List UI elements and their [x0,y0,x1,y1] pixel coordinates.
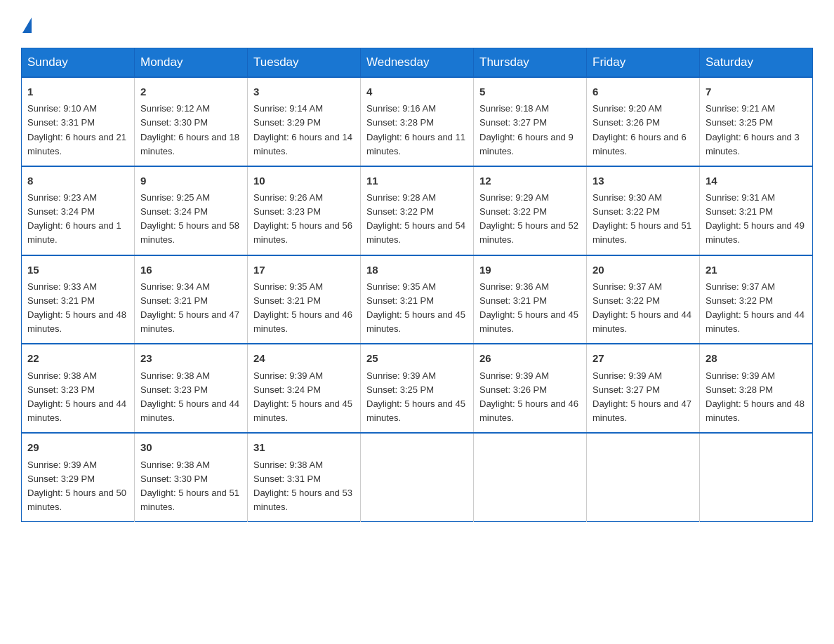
week-row-1: 1 Sunrise: 9:10 AMSunset: 3:31 PMDayligh… [22,77,813,166]
day-info: Sunrise: 9:21 AMSunset: 3:25 PMDaylight:… [706,103,800,156]
calendar-cell [361,433,474,521]
day-number: 24 [253,350,355,366]
day-number: 18 [366,262,468,278]
calendar-cell: 22 Sunrise: 9:38 AMSunset: 3:23 PMDaylig… [22,344,135,433]
calendar-cell: 14 Sunrise: 9:31 AMSunset: 3:21 PMDaylig… [700,166,813,255]
day-number: 8 [27,173,128,189]
day-number: 23 [140,350,241,366]
calendar-cell: 16 Sunrise: 9:34 AMSunset: 3:21 PMDaylig… [135,255,248,344]
calendar-cell: 9 Sunrise: 9:25 AMSunset: 3:24 PMDayligh… [135,166,248,255]
calendar-cell: 28 Sunrise: 9:39 AMSunset: 3:28 PMDaylig… [700,344,813,433]
weekday-header-wednesday: Wednesday [361,48,474,78]
calendar-cell: 30 Sunrise: 9:38 AMSunset: 3:30 PMDaylig… [135,433,248,521]
day-number: 14 [706,173,807,189]
week-row-5: 29 Sunrise: 9:39 AMSunset: 3:29 PMDaylig… [22,433,813,521]
logo-general-text [21,14,32,34]
day-number: 2 [140,83,241,100]
day-info: Sunrise: 9:39 AMSunset: 3:25 PMDaylight:… [366,370,465,423]
weekday-header-sunday: Sunday [22,48,135,78]
day-info: Sunrise: 9:38 AMSunset: 3:23 PMDaylight:… [27,370,126,423]
day-number: 29 [27,439,128,455]
calendar-cell: 1 Sunrise: 9:10 AMSunset: 3:31 PMDayligh… [22,77,135,166]
calendar-cell: 2 Sunrise: 9:12 AMSunset: 3:30 PMDayligh… [135,77,248,166]
week-row-2: 8 Sunrise: 9:23 AMSunset: 3:24 PMDayligh… [22,166,813,255]
day-info: Sunrise: 9:29 AMSunset: 3:22 PMDaylight:… [479,192,578,245]
day-number: 17 [253,262,355,278]
calendar-cell [700,433,813,521]
day-info: Sunrise: 9:12 AMSunset: 3:30 PMDaylight:… [140,103,239,156]
logo-triangle-icon [22,18,32,33]
day-info: Sunrise: 9:30 AMSunset: 3:22 PMDaylight:… [593,192,691,245]
day-number: 9 [140,173,241,189]
calendar-cell: 31 Sunrise: 9:38 AMSunset: 3:31 PMDaylig… [248,433,361,521]
day-number: 21 [706,262,807,278]
day-info: Sunrise: 9:38 AMSunset: 3:23 PMDaylight:… [140,370,239,423]
day-info: Sunrise: 9:38 AMSunset: 3:30 PMDaylight:… [140,459,239,512]
day-info: Sunrise: 9:39 AMSunset: 3:27 PMDaylight:… [593,370,691,423]
day-info: Sunrise: 9:39 AMSunset: 3:24 PMDaylight:… [253,370,352,423]
calendar-cell: 11 Sunrise: 9:28 AMSunset: 3:22 PMDaylig… [361,166,474,255]
day-number: 4 [366,83,468,100]
calendar-cell: 8 Sunrise: 9:23 AMSunset: 3:24 PMDayligh… [22,166,135,255]
weekday-header-saturday: Saturday [700,48,813,78]
day-number: 19 [479,262,581,278]
day-number: 11 [366,173,468,189]
day-info: Sunrise: 9:35 AMSunset: 3:21 PMDaylight:… [253,281,352,334]
day-info: Sunrise: 9:38 AMSunset: 3:31 PMDaylight:… [253,459,352,512]
calendar-cell: 23 Sunrise: 9:38 AMSunset: 3:23 PMDaylig… [135,344,248,433]
calendar-cell: 4 Sunrise: 9:16 AMSunset: 3:28 PMDayligh… [361,77,474,166]
page-header [21,14,813,34]
weekday-header-monday: Monday [135,48,248,78]
calendar-cell [474,433,587,521]
day-info: Sunrise: 9:14 AMSunset: 3:29 PMDaylight:… [253,103,352,156]
calendar-table: SundayMondayTuesdayWednesdayThursdayFrid… [21,48,813,522]
day-number: 20 [593,262,694,278]
calendar-cell: 12 Sunrise: 9:29 AMSunset: 3:22 PMDaylig… [474,166,587,255]
day-info: Sunrise: 9:26 AMSunset: 3:23 PMDaylight:… [253,192,352,245]
calendar-cell: 29 Sunrise: 9:39 AMSunset: 3:29 PMDaylig… [22,433,135,521]
day-info: Sunrise: 9:37 AMSunset: 3:22 PMDaylight:… [593,281,691,334]
day-info: Sunrise: 9:25 AMSunset: 3:24 PMDaylight:… [140,192,239,245]
day-info: Sunrise: 9:23 AMSunset: 3:24 PMDaylight:… [27,192,121,245]
calendar-cell: 3 Sunrise: 9:14 AMSunset: 3:29 PMDayligh… [248,77,361,166]
calendar-cell: 20 Sunrise: 9:37 AMSunset: 3:22 PMDaylig… [587,255,700,344]
day-number: 16 [140,262,241,278]
day-number: 10 [253,173,355,189]
day-number: 25 [366,350,468,366]
day-number: 28 [706,350,807,366]
week-row-3: 15 Sunrise: 9:33 AMSunset: 3:21 PMDaylig… [22,255,813,344]
weekday-header-row: SundayMondayTuesdayWednesdayThursdayFrid… [22,48,813,78]
day-info: Sunrise: 9:20 AMSunset: 3:26 PMDaylight:… [593,103,687,156]
day-info: Sunrise: 9:16 AMSunset: 3:28 PMDaylight:… [366,103,465,156]
day-number: 31 [253,439,355,455]
weekday-header-tuesday: Tuesday [248,48,361,78]
calendar-cell: 15 Sunrise: 9:33 AMSunset: 3:21 PMDaylig… [22,255,135,344]
day-info: Sunrise: 9:35 AMSunset: 3:21 PMDaylight:… [366,281,465,334]
day-info: Sunrise: 9:28 AMSunset: 3:22 PMDaylight:… [366,192,465,245]
weekday-header-friday: Friday [587,48,700,78]
day-number: 22 [27,350,128,366]
calendar-cell: 21 Sunrise: 9:37 AMSunset: 3:22 PMDaylig… [700,255,813,344]
calendar-cell: 18 Sunrise: 9:35 AMSunset: 3:21 PMDaylig… [361,255,474,344]
calendar-cell: 13 Sunrise: 9:30 AMSunset: 3:22 PMDaylig… [587,166,700,255]
day-info: Sunrise: 9:39 AMSunset: 3:26 PMDaylight:… [479,370,578,423]
day-number: 5 [479,83,581,100]
day-info: Sunrise: 9:37 AMSunset: 3:22 PMDaylight:… [706,281,805,334]
calendar-cell: 6 Sunrise: 9:20 AMSunset: 3:26 PMDayligh… [587,77,700,166]
day-number: 27 [593,350,694,366]
day-number: 3 [253,83,355,100]
day-info: Sunrise: 9:10 AMSunset: 3:31 PMDaylight:… [27,103,126,156]
day-info: Sunrise: 9:31 AMSunset: 3:21 PMDaylight:… [706,192,805,245]
day-info: Sunrise: 9:18 AMSunset: 3:27 PMDaylight:… [479,103,574,156]
calendar-cell: 26 Sunrise: 9:39 AMSunset: 3:26 PMDaylig… [474,344,587,433]
weekday-header-thursday: Thursday [474,48,587,78]
day-number: 13 [593,173,694,189]
calendar-cell: 19 Sunrise: 9:36 AMSunset: 3:21 PMDaylig… [474,255,587,344]
day-info: Sunrise: 9:33 AMSunset: 3:21 PMDaylight:… [27,281,126,334]
day-number: 12 [479,173,581,189]
day-info: Sunrise: 9:39 AMSunset: 3:29 PMDaylight:… [27,459,126,512]
calendar-cell: 24 Sunrise: 9:39 AMSunset: 3:24 PMDaylig… [248,344,361,433]
day-number: 1 [27,83,128,100]
day-info: Sunrise: 9:39 AMSunset: 3:28 PMDaylight:… [706,370,805,423]
logo [21,14,37,34]
